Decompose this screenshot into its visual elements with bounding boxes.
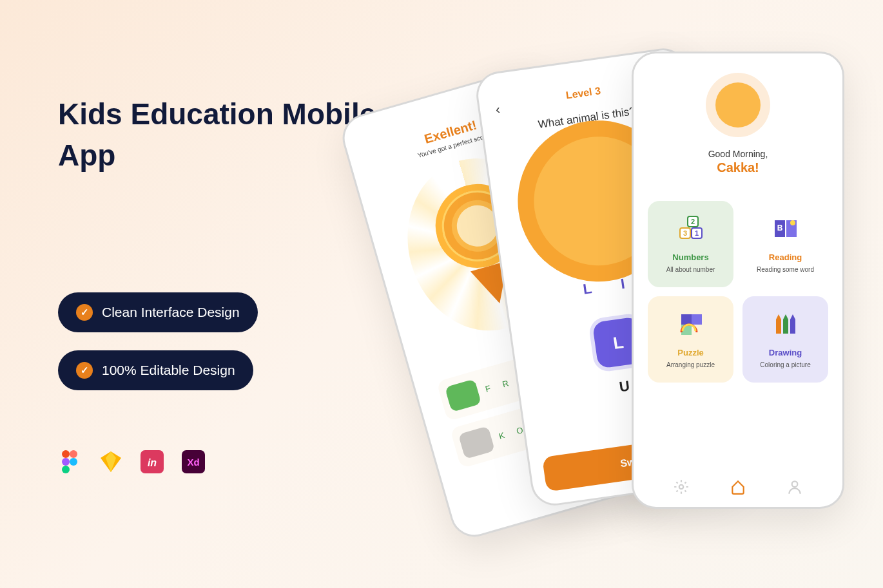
- invision-icon: in: [141, 450, 164, 473]
- svg-point-3: [70, 458, 77, 466]
- category-title: Numbers: [655, 252, 726, 262]
- pill-label: Clean Interface Design: [102, 305, 240, 320]
- category-title: Puzzle: [655, 348, 726, 357]
- svg-point-2: [62, 458, 70, 466]
- svg-text:in: in: [148, 457, 157, 468]
- svg-text:Xd: Xd: [187, 457, 199, 468]
- puzzle-icon: [677, 310, 704, 337]
- svg-rect-19: [681, 314, 692, 325]
- category-title: Reading: [750, 252, 820, 262]
- phone-home-screen: Good Morning, Cakka! 231 Numbers All abo…: [632, 52, 844, 509]
- svg-rect-20: [692, 314, 702, 325]
- svg-marker-25: [783, 314, 788, 319]
- svg-text:3: 3: [683, 229, 686, 237]
- koala-icon: [458, 426, 495, 459]
- category-subtitle: All about number: [655, 266, 726, 273]
- svg-point-28: [679, 485, 684, 489]
- avatar[interactable]: [706, 73, 770, 137]
- category-drawing[interactable]: Drawing Coloring a picture: [742, 296, 828, 383]
- category-subtitle: Arranging puzzle: [655, 361, 726, 368]
- crayons-icon: [772, 310, 799, 337]
- check-icon: ✓: [76, 362, 93, 379]
- pill-label: 100% Editable Design: [102, 363, 235, 378]
- svg-point-4: [62, 466, 70, 473]
- book-icon: B: [772, 215, 799, 242]
- svg-rect-26: [790, 319, 795, 334]
- phone-mockups: Exellent! You've got a perfect score! F …: [393, 19, 857, 580]
- page-title: Kids Education Mobile App: [58, 93, 380, 176]
- svg-point-1: [70, 450, 77, 458]
- numbers-icon: 231: [677, 215, 704, 242]
- svg-text:1: 1: [694, 229, 698, 237]
- category-subtitle: Reading some word: [750, 266, 820, 273]
- tool-icons-row: in Xd: [58, 450, 380, 473]
- category-title: Drawing: [750, 348, 820, 357]
- svg-point-0: [62, 450, 70, 458]
- lion-avatar-icon: [715, 82, 761, 128]
- category-puzzle[interactable]: Puzzle Arranging puzzle: [648, 296, 733, 383]
- svg-point-18: [790, 220, 795, 225]
- frog-icon: [445, 379, 481, 412]
- settings-icon[interactable]: [673, 479, 690, 495]
- category-subtitle: Coloring a picture: [750, 361, 820, 368]
- sketch-icon: [99, 450, 122, 473]
- home-icon[interactable]: [730, 479, 746, 495]
- feature-pill-editable: ✓ 100% Editable Design: [58, 350, 253, 390]
- xd-icon: Xd: [182, 450, 205, 473]
- profile-icon[interactable]: [786, 479, 803, 495]
- svg-marker-23: [776, 314, 781, 319]
- svg-rect-24: [783, 319, 788, 334]
- svg-rect-22: [776, 319, 781, 334]
- svg-point-29: [792, 481, 798, 487]
- svg-text:B: B: [777, 223, 782, 232]
- svg-text:2: 2: [690, 218, 694, 225]
- svg-marker-27: [790, 314, 795, 319]
- check-icon: ✓: [76, 304, 93, 321]
- category-reading[interactable]: B Reading Reading some word: [742, 201, 828, 287]
- feature-pill-clean-design: ✓ Clean Interface Design: [58, 292, 258, 332]
- bottom-nav: [634, 479, 842, 495]
- figma-icon: [58, 450, 81, 473]
- greeting-text: Good Morning,: [648, 149, 828, 159]
- category-numbers[interactable]: 231 Numbers All about number: [648, 201, 733, 287]
- username-text: Cakka!: [648, 160, 828, 175]
